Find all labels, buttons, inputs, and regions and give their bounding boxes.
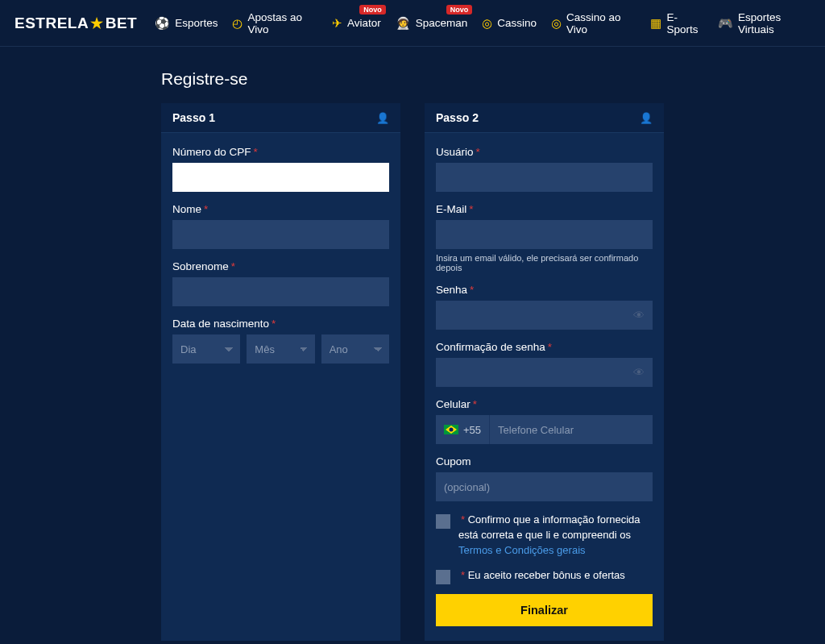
terms-checkbox[interactable] bbox=[436, 514, 450, 529]
nome-input[interactable] bbox=[172, 220, 389, 249]
badge-novo: Novo bbox=[359, 5, 386, 15]
star-icon: ★ bbox=[90, 15, 104, 32]
nome-field: Nome* bbox=[172, 203, 389, 249]
brand-part2: BET bbox=[106, 15, 138, 32]
nav-esports[interactable]: ▦ E-Sports bbox=[650, 11, 703, 35]
senha-field: Senha* 👁 bbox=[436, 284, 653, 330]
nav-esportes[interactable]: ⚽ Esportes bbox=[155, 16, 218, 31]
dob-month-select[interactable]: Mês bbox=[247, 334, 314, 364]
esports-icon: ▦ bbox=[650, 16, 661, 31]
phone-country-code: +55 bbox=[463, 424, 481, 436]
terms-link[interactable]: Termos e Condições gerais bbox=[458, 544, 586, 556]
top-navbar: ESTRELA ★ BET ⚽ Esportes ◴ Apostas ao Vi… bbox=[0, 0, 825, 47]
nav-label: Aviator bbox=[347, 17, 381, 29]
nav-esportes-virtuais[interactable]: 🎮 Esportes Virtuais bbox=[718, 11, 810, 35]
required-icon: * bbox=[470, 284, 474, 296]
step1-body: Número do CPF* Nome* Sobrenome* Data de … bbox=[161, 133, 400, 389]
form-columns: Passo 1 👤 Número do CPF* Nome* Sobrenome… bbox=[161, 103, 664, 641]
usuario-field: Usuário* bbox=[436, 146, 653, 192]
nav-label: Cassino ao Vivo bbox=[566, 11, 636, 35]
nav-aviator[interactable]: ✈ Aviator Novo bbox=[332, 16, 381, 31]
confirma-senha-label: Confirmação de senha* bbox=[436, 341, 653, 353]
brazil-flag-icon bbox=[444, 425, 458, 434]
sobrenome-field: Sobrenome* bbox=[172, 260, 389, 306]
main-nav: ⚽ Esportes ◴ Apostas ao Vivo ✈ Aviator N… bbox=[155, 11, 810, 35]
step1-title: Passo 1 bbox=[172, 111, 215, 124]
phone-prefix[interactable]: +55 bbox=[436, 415, 490, 444]
cpf-input[interactable] bbox=[172, 163, 389, 192]
finalizar-button[interactable]: Finalizar bbox=[436, 594, 653, 626]
step1-card: Passo 1 👤 Número do CPF* Nome* Sobrenome… bbox=[161, 103, 400, 641]
eye-icon[interactable]: 👁 bbox=[633, 309, 645, 322]
step2-body: Usuário* E-Mail* Insira um email válido,… bbox=[425, 133, 664, 641]
senha-input[interactable] bbox=[436, 301, 653, 330]
terms-text: * Confirmo que a informação fornecida es… bbox=[458, 513, 653, 559]
required-icon: * bbox=[461, 569, 465, 581]
required-icon: * bbox=[473, 398, 477, 410]
nav-label: Cassino bbox=[497, 17, 537, 29]
dob-field: Data de nascimento* Dia Mês Ano bbox=[172, 318, 389, 364]
astronaut-icon: 🧑‍🚀 bbox=[396, 16, 411, 31]
brand-part1: ESTRELA bbox=[15, 15, 89, 32]
sobrenome-input[interactable] bbox=[172, 277, 389, 306]
nav-label: E-Sports bbox=[666, 11, 703, 35]
step2-header: Passo 2 👤 bbox=[425, 103, 664, 133]
email-input[interactable] bbox=[436, 220, 653, 249]
nav-label: Apostas ao Vivo bbox=[247, 11, 317, 35]
sobrenome-label: Sobrenome* bbox=[172, 260, 389, 272]
chip-icon: ◎ bbox=[482, 16, 492, 31]
user-icon: 👤 bbox=[640, 112, 653, 124]
required-icon: * bbox=[469, 203, 473, 215]
celular-label: Celular* bbox=[436, 398, 653, 410]
usuario-input[interactable] bbox=[436, 163, 653, 192]
bonus-consent-row: * Eu aceito receber bônus e ofertas bbox=[436, 568, 653, 584]
bonus-checkbox[interactable] bbox=[436, 570, 450, 584]
bonus-text: * Eu aceito receber bônus e ofertas bbox=[458, 568, 625, 584]
required-icon: * bbox=[461, 513, 465, 526]
dob-row: Dia Mês Ano bbox=[172, 334, 389, 364]
user-icon: 👤 bbox=[376, 112, 389, 124]
nav-label: Esportes Virtuais bbox=[738, 11, 810, 35]
nav-apostas-ao-vivo[interactable]: ◴ Apostas ao Vivo bbox=[232, 11, 317, 35]
confirma-senha-field: Confirmação de senha* 👁 bbox=[436, 341, 653, 387]
required-icon: * bbox=[254, 146, 258, 158]
nav-label: Spaceman bbox=[416, 17, 468, 29]
email-hint: Insira um email válido, ele precisará se… bbox=[436, 253, 653, 272]
confirma-senha-input[interactable] bbox=[436, 358, 653, 387]
celular-field: Celular* +55 bbox=[436, 398, 653, 444]
cupom-label: Cupom bbox=[436, 455, 653, 467]
page-content: Registre-se Passo 1 👤 Número do CPF* Nom… bbox=[0, 47, 825, 644]
required-icon: * bbox=[272, 318, 276, 330]
celular-input[interactable] bbox=[490, 415, 653, 444]
step2-title: Passo 2 bbox=[436, 111, 479, 124]
email-label: E-Mail* bbox=[436, 203, 653, 215]
required-icon: * bbox=[476, 146, 480, 158]
nome-label: Nome* bbox=[172, 203, 389, 215]
email-field: E-Mail* Insira um email válido, ele prec… bbox=[436, 203, 653, 272]
eye-icon[interactable]: 👁 bbox=[633, 366, 645, 379]
dob-label: Data de nascimento* bbox=[172, 318, 389, 330]
cupom-input[interactable] bbox=[436, 472, 653, 501]
phone-row: +55 bbox=[436, 415, 653, 444]
cpf-field: Número do CPF* bbox=[172, 146, 389, 192]
badge-novo: Novo bbox=[446, 5, 473, 15]
chip-live-icon: ◎ bbox=[551, 16, 562, 31]
plane-icon: ✈ bbox=[332, 16, 342, 31]
cpf-label: Número do CPF* bbox=[172, 146, 389, 158]
nav-cassino-ao-vivo[interactable]: ◎ Cassino ao Vivo bbox=[551, 11, 636, 35]
nav-spaceman[interactable]: 🧑‍🚀 Spaceman Novo bbox=[396, 16, 468, 31]
step2-card: Passo 2 👤 Usuário* E-Mail* Insira um ema… bbox=[425, 103, 664, 641]
clock-icon: ◴ bbox=[232, 16, 243, 31]
dob-year-select[interactable]: Ano bbox=[321, 334, 389, 364]
dob-day-select[interactable]: Dia bbox=[172, 334, 240, 364]
nav-label: Esportes bbox=[175, 17, 218, 29]
senha-label: Senha* bbox=[436, 284, 653, 296]
brand-logo[interactable]: ESTRELA ★ BET bbox=[15, 15, 137, 32]
cupom-field: Cupom bbox=[436, 455, 653, 501]
required-icon: * bbox=[548, 341, 552, 353]
required-icon: * bbox=[231, 260, 235, 272]
senha-wrap: 👁 bbox=[436, 301, 653, 330]
terms-consent-row: * Confirmo que a informação fornecida es… bbox=[436, 513, 653, 559]
nav-cassino[interactable]: ◎ Cassino bbox=[482, 16, 537, 31]
page-title: Registre-se bbox=[161, 69, 664, 89]
